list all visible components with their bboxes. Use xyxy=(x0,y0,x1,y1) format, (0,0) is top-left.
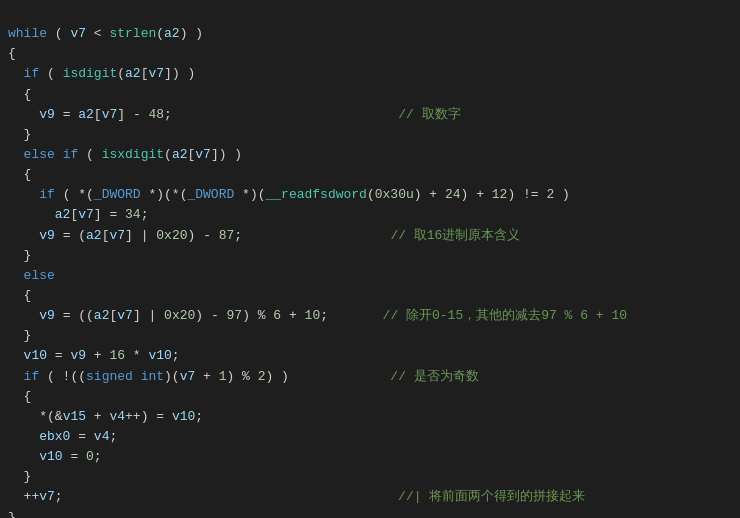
code-container: while ( v7 < strlen(a2) ) { if ( isdigit… xyxy=(0,0,740,518)
line-1-keyword: while xyxy=(8,26,47,41)
